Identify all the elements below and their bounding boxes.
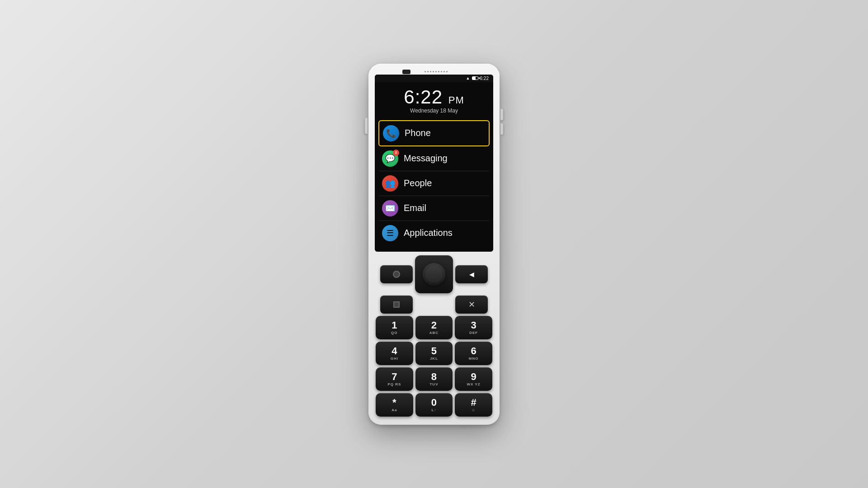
key-3-sub: DEF (469, 331, 478, 335)
key-3-main: 3 (471, 320, 476, 330)
key-7[interactable]: 7 PQ RS (376, 367, 413, 391)
time-suffix: PM (448, 94, 464, 106)
key-6-sub: MNO (469, 357, 479, 361)
key-4-main: 4 (392, 346, 397, 356)
action-left-button[interactable] (380, 296, 413, 314)
key-2[interactable]: 2 ABC (415, 316, 453, 339)
menu-list: 📞 Phone 💬 2 Messaging 👥 People (375, 120, 493, 252)
key-8[interactable]: 8 TUV (415, 367, 453, 391)
action-row: ✕ (376, 296, 492, 314)
key-0-main: 0 (431, 398, 437, 408)
side-button-right-bottom[interactable] (500, 123, 503, 135)
menu-item-email[interactable]: ✉️ Email (378, 196, 490, 221)
earpiece (425, 71, 448, 72)
messaging-badge: 2 (393, 150, 399, 156)
screen-header: 6:22 PM Wednesday 18 May (375, 82, 493, 120)
signal-icon: ▲ (466, 76, 470, 80)
key-9-main: 9 (471, 372, 476, 382)
menu-item-label-people: People (404, 178, 432, 188)
status-bar: ▲ 6:22 (375, 75, 493, 82)
key-0[interactable]: 0 L↑ (415, 393, 453, 417)
menu-item-label-email: Email (404, 203, 426, 213)
square-icon (393, 301, 400, 308)
key-hash-main: # (471, 398, 476, 408)
battery-indicator (472, 76, 478, 80)
key-2-main: 2 (431, 320, 437, 330)
camera (402, 70, 410, 74)
key-2-sub: ABC (429, 331, 439, 335)
cancel-button[interactable]: ✕ (455, 296, 488, 314)
menu-item-messaging[interactable]: 💬 2 Messaging (378, 146, 490, 171)
email-icon: ✉️ (382, 200, 398, 216)
key-hash[interactable]: # ☺ (455, 393, 492, 417)
key-5-main: 5 (431, 346, 437, 356)
key-5[interactable]: 5 JKL (415, 342, 453, 365)
key-6-main: 6 (471, 346, 476, 356)
key-hash-sub: ☺ (472, 408, 476, 412)
back-button[interactable]: ◀ (455, 265, 488, 283)
people-icon: 👥 (382, 175, 398, 192)
circle-icon (393, 271, 400, 278)
keypad: ◀ ✕ 1 QO 2 ABC 3 DEF (375, 255, 493, 417)
key-9-sub: WX YZ (467, 383, 481, 386)
menu-item-phone[interactable]: 📞 Phone (378, 120, 490, 146)
key-0-sub: L↑ (432, 408, 437, 412)
dpad-texture (425, 266, 443, 283)
key-star[interactable]: * Aa (376, 393, 413, 417)
dpad-center-button[interactable] (423, 263, 445, 286)
applications-icon: ☰ (382, 225, 398, 241)
key-7-main: 7 (392, 372, 397, 382)
menu-item-people[interactable]: 👥 People (378, 171, 490, 196)
phone-icon: 📞 (383, 125, 399, 141)
key-9[interactable]: 9 WX YZ (455, 367, 492, 391)
phone-top (375, 70, 493, 75)
side-button-right-top[interactable] (500, 109, 503, 120)
key-8-sub: TUV (429, 383, 438, 386)
key-1[interactable]: 1 QO (376, 316, 413, 339)
time-display: 6:22 PM (375, 88, 493, 107)
menu-item-applications[interactable]: ☰ Applications (378, 221, 490, 245)
numpad-grid: 1 QO 2 ABC 3 DEF 4 GHI 5 JKL 6 MNO (376, 316, 492, 417)
soft-left-button[interactable] (380, 265, 413, 283)
menu-item-label-messaging: Messaging (404, 153, 448, 164)
phone-device: ▲ 6:22 6:22 PM Wednesday 18 May 📞 Ph (368, 64, 500, 425)
nav-row: ◀ (376, 255, 492, 293)
key-3[interactable]: 3 DEF (455, 316, 492, 339)
dpad-container (415, 255, 453, 293)
phone-screen: ▲ 6:22 6:22 PM Wednesday 18 May 📞 Ph (375, 75, 493, 252)
key-5-sub: JKL (430, 357, 438, 361)
key-7-sub: PQ RS (387, 383, 401, 386)
status-time: 6:22 (480, 76, 489, 81)
key-4[interactable]: 4 GHI (376, 342, 413, 365)
key-star-main: * (392, 398, 396, 408)
menu-item-label-applications: Applications (404, 228, 453, 238)
date-display: Wednesday 18 May (375, 108, 493, 114)
menu-item-label-phone: Phone (405, 128, 431, 138)
key-1-sub: QO (391, 331, 397, 335)
key-star-sub: Aa (392, 408, 397, 412)
key-8-main: 8 (431, 372, 437, 382)
side-button-left[interactable] (365, 118, 368, 134)
messaging-icon: 💬 2 (382, 150, 398, 167)
key-4-sub: GHI (391, 357, 398, 361)
key-6[interactable]: 6 MNO (455, 342, 492, 365)
key-1-main: 1 (392, 320, 397, 330)
